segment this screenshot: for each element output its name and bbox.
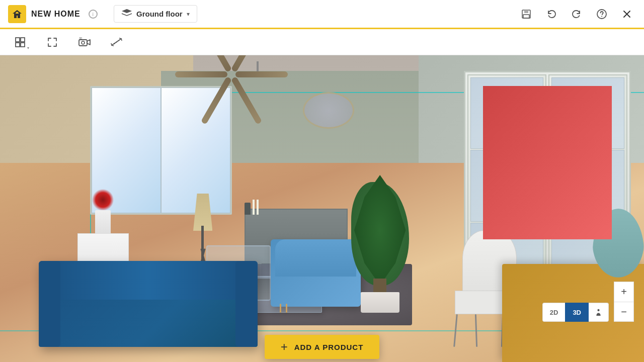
camera-3d-button[interactable]: 3D — [74, 32, 95, 52]
help-button[interactable] — [593, 5, 611, 23]
zoom-controls: + − — [614, 282, 634, 322]
layout-tool-button[interactable]: ▾ — [10, 32, 30, 52]
ceiling-fan — [200, 61, 315, 98]
chair-legs — [280, 304, 288, 313]
svg-rect-0 — [522, 10, 530, 18]
sofa-back — [39, 261, 258, 300]
svg-rect-9 — [79, 40, 87, 46]
measure-button[interactable] — [107, 32, 127, 52]
person-view-button[interactable] — [589, 303, 609, 322]
zoom-in-button[interactable]: + — [614, 282, 634, 302]
svg-rect-5 — [16, 38, 20, 42]
app-title: NEW HOME — [31, 10, 80, 19]
accent-chair — [271, 239, 361, 307]
info-icon[interactable]: i — [89, 10, 98, 19]
floor-label: Ground floor — [136, 10, 183, 18]
floor-layers-icon — [121, 9, 132, 19]
app-logo — [8, 5, 26, 23]
svg-rect-7 — [16, 43, 20, 47]
flower-vase — [90, 187, 116, 233]
mantel-items — [245, 200, 348, 215]
redo-button[interactable] — [568, 5, 586, 23]
chair-leg-1 — [280, 304, 282, 313]
chair-leg-2 — [286, 304, 288, 313]
flowers — [90, 187, 116, 212]
view-mode-toggle: 2D 3D — [542, 303, 609, 322]
chair-back — [275, 239, 356, 277]
undo-button[interactable] — [542, 5, 560, 23]
sofa — [39, 261, 258, 347]
candle-2 — [257, 200, 259, 215]
svg-point-3 — [597, 10, 606, 19]
indoor-plant — [348, 175, 412, 313]
add-product-label: ADD A PRODUCT — [294, 343, 364, 351]
close-button[interactable] — [618, 5, 636, 23]
plant-pot — [361, 292, 399, 313]
adjoining-room-view — [483, 86, 612, 239]
top-bar: NEW HOME i Ground floor ▾ — [0, 0, 644, 29]
view-3d-button[interactable]: 3D — [565, 303, 589, 322]
save-button[interactable] — [517, 5, 535, 23]
topbar-right — [517, 5, 636, 23]
logo-area: NEW HOME i — [8, 5, 109, 23]
white-chair-leg-1 — [453, 314, 458, 347]
svg-rect-8 — [21, 43, 25, 47]
svg-point-4 — [601, 16, 602, 17]
fan-blade-4 — [175, 71, 227, 77]
toolbar: ▾ 3D — [0, 29, 644, 55]
round-mirror — [303, 92, 354, 129]
fullscreen-button[interactable] — [42, 32, 62, 52]
svg-rect-1 — [524, 10, 528, 13]
dropdown-chevron: ▾ — [27, 46, 29, 50]
sofa-armrest-left — [39, 261, 61, 347]
svg-text:3D: 3D — [79, 37, 83, 40]
fan-blade-1 — [235, 71, 288, 77]
chevron-down-icon: ▾ — [187, 11, 190, 18]
mantel-vase — [245, 203, 251, 215]
sofa-armrest-right — [235, 261, 258, 347]
svg-rect-6 — [21, 38, 25, 42]
candle-1 — [253, 200, 255, 215]
svg-rect-2 — [523, 15, 529, 18]
add-product-plus-icon: + — [281, 340, 288, 354]
add-product-button[interactable]: + ADD A PRODUCT — [265, 335, 380, 359]
vase-body — [95, 210, 111, 233]
white-chair-leg-2 — [475, 314, 477, 347]
svg-point-12 — [597, 309, 599, 311]
zoom-out-button[interactable]: − — [614, 302, 634, 322]
floor-selector[interactable]: Ground floor ▾ — [114, 5, 197, 23]
svg-point-10 — [82, 41, 85, 44]
view-2d-button[interactable]: 2D — [542, 303, 566, 322]
